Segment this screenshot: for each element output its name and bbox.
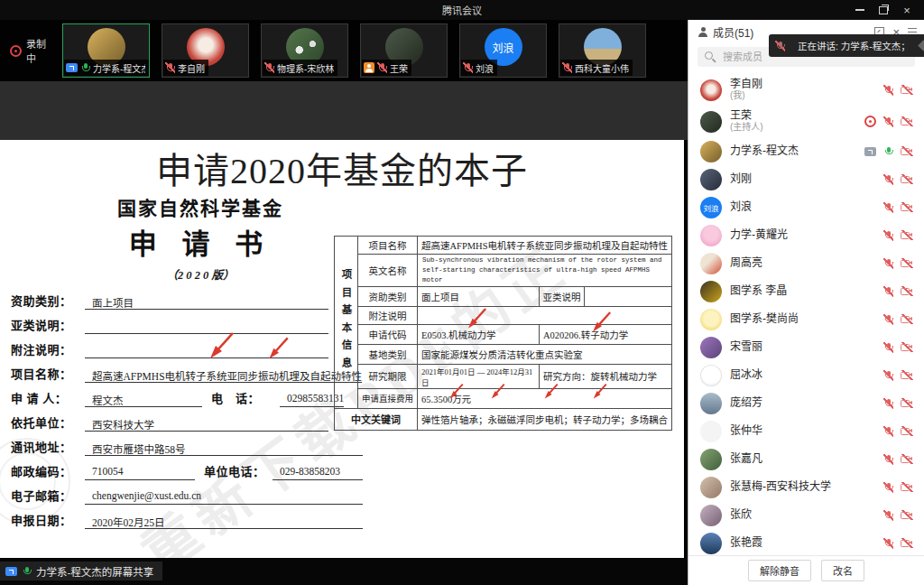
mic-muted-icon[interactable] [883, 202, 893, 213]
video-tile-songxinlin[interactable]: 物理系-宋欣林 [261, 23, 348, 78]
table-value: Sub-synchronous vibration mechanism of t… [418, 255, 672, 287]
camera-off-icon[interactable] [901, 116, 913, 126]
mic-muted-icon[interactable] [883, 286, 893, 297]
field-label: 申 请 人： [11, 389, 85, 407]
mic-muted-icon[interactable] [883, 230, 893, 241]
camera-off-icon[interactable] [901, 146, 913, 156]
camera-off-icon[interactable] [901, 454, 913, 464]
mic-muted-icon[interactable] [883, 538, 893, 549]
table-label: 附注说明 [358, 306, 418, 324]
camera-off-icon[interactable] [901, 174, 913, 184]
mic-muted-icon[interactable] [883, 174, 893, 185]
video-tile-liulang[interactable]: 刘浪 刘浪 [459, 23, 547, 78]
member-name: 张嘉凡 [730, 453, 762, 465]
camera-off-icon[interactable] [901, 398, 913, 408]
member-list[interactable]: 李自刚 (我) 王荣 (主持人) 力学系-程文杰 [688, 72, 924, 555]
tile-label: 王荣 [390, 61, 408, 75]
avatar [700, 337, 722, 358]
member-row[interactable]: 刘浪 刘浪 [688, 193, 924, 221]
tile-label: 刘浪 [476, 61, 494, 75]
mic-muted-icon[interactable] [883, 426, 893, 437]
video-tile-wangrong[interactable]: 王荣 [360, 23, 448, 78]
member-name: 宋雪丽 [730, 341, 762, 353]
minimize-button[interactable] [848, 0, 872, 20]
video-tile-tongxiaowei[interactable]: 西科大童小伟 [559, 23, 646, 78]
field-value: 西安市雁塔中路58号 [85, 441, 363, 456]
mic-muted-icon[interactable] [883, 370, 893, 381]
field-value: 西安科技大学 [85, 417, 328, 432]
avatar: 刘浪 [700, 197, 722, 218]
mic-muted-icon[interactable] [883, 342, 893, 353]
maximize-button[interactable] [872, 0, 895, 20]
camera-off-icon[interactable] [901, 314, 913, 324]
field-label: 依托单位： [11, 413, 85, 432]
table-label: 申请直接费用 [358, 388, 418, 408]
avatar-text: 刘浪 [700, 197, 722, 218]
tile-name-bar: 西科大童小伟 [560, 60, 633, 76]
member-row[interactable]: 周高亮 [688, 249, 924, 277]
member-name: 刘刚 [730, 173, 752, 185]
mic-muted-icon[interactable] [883, 482, 893, 493]
mic-muted-icon[interactable] [883, 510, 893, 521]
camera-off-icon[interactable] [901, 286, 913, 296]
member-row[interactable]: 力学-黄耀光 [688, 221, 924, 249]
field-row: 电子邮箱： chengwenjie@xust.edu.cn [11, 480, 363, 505]
member-row[interactable]: 张欣 [688, 501, 924, 529]
camera-off-icon[interactable] [901, 258, 913, 268]
camera-off-icon[interactable] [901, 202, 913, 212]
screen-share-icon [5, 567, 17, 576]
member-row[interactable]: 庞绍芳 [688, 389, 924, 417]
table-value: E0503.机械动力学 [418, 324, 540, 344]
avatar [700, 111, 722, 133]
camera-off-icon[interactable] [901, 230, 913, 240]
doc-headline: 申请2020年基金的本子 [0, 142, 684, 194]
field-label: 资助类别： [11, 292, 85, 310]
unmute-button[interactable]: 解除静音 [748, 560, 811, 581]
mic-muted-icon[interactable] [883, 85, 893, 96]
member-row[interactable]: 王荣 (主持人) [688, 106, 924, 137]
member-row[interactable]: 张艳霞 [688, 529, 924, 555]
member-row[interactable]: 张慧梅-西安科技大学 [688, 473, 924, 501]
camera-off-icon[interactable] [901, 482, 913, 492]
camera-off-icon[interactable] [901, 85, 913, 95]
field-label: 申报日期： [11, 511, 85, 529]
field-row: 项目名称： 超高速AFPMHS电机转子系统亚同步振动机理及自起动特性 [11, 358, 328, 383]
mic-muted-icon[interactable] [883, 314, 893, 325]
meeting-logo-icon [917, 39, 924, 53]
rename-button[interactable]: 改名 [821, 560, 864, 581]
mic-muted-icon[interactable] [883, 454, 893, 465]
mic-muted-icon [165, 62, 175, 73]
field-row: 邮政编码： 710054 单位电话： 029-83858203 [11, 456, 363, 480]
table-label: 资助类别 [358, 286, 418, 306]
video-tile-liziga[interactable]: 李自刚 [162, 23, 249, 78]
field-label: 单位电话： [204, 462, 273, 480]
screen-share-icon [66, 63, 78, 72]
member-row[interactable]: 李自刚 (我) [688, 74, 924, 106]
video-tile-chengwenjie[interactable]: 力学系-程文杰的... [62, 23, 150, 78]
member-row[interactable]: 宋雪丽 [688, 333, 924, 361]
recording-icon [10, 45, 22, 57]
member-row[interactable]: 力学系-程文杰 [688, 137, 924, 165]
field-value: 029-83858203 [273, 466, 363, 480]
member-row[interactable]: 刘刚 [688, 165, 924, 193]
member-name: 张仲华 [730, 425, 762, 437]
table-label: 亚类说明 [540, 286, 585, 306]
camera-off-icon[interactable] [901, 538, 913, 548]
camera-off-icon[interactable] [901, 510, 913, 520]
mic-muted-icon[interactable] [883, 258, 893, 269]
member-row[interactable]: 张仲华 [688, 417, 924, 445]
mic-muted-icon[interactable] [883, 116, 893, 127]
member-row[interactable]: 图学系 李晶 [688, 277, 924, 305]
table-label: 申请代码 [358, 324, 418, 344]
mic-muted-icon[interactable] [883, 398, 893, 409]
member-row[interactable]: 屈冰冰 [688, 361, 924, 389]
camera-off-icon[interactable] [901, 370, 913, 380]
mic-on-icon [80, 62, 90, 73]
camera-off-icon[interactable] [901, 426, 913, 436]
camera-off-icon[interactable] [901, 342, 913, 352]
mic-on-icon[interactable] [883, 146, 893, 157]
member-row[interactable]: 张嘉凡 [688, 445, 924, 473]
member-name: 李自刚 [730, 79, 762, 90]
close-button[interactable]: × [895, 0, 919, 20]
member-row[interactable]: 图学系-樊尚尚 [688, 305, 924, 333]
